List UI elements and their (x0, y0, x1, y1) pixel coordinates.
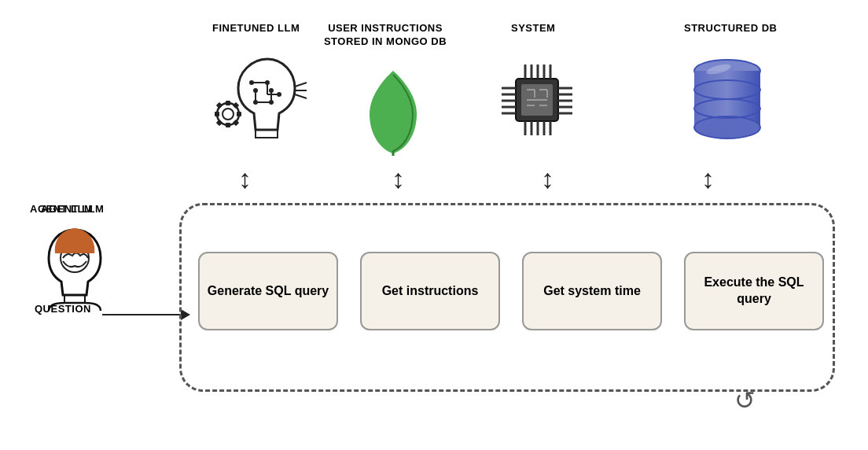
agent-llm-label: AGENT LLM (30, 203, 93, 215)
svg-point-15 (223, 109, 234, 120)
svg-point-6 (249, 80, 254, 85)
get-system-time-box: Get system time (522, 252, 662, 330)
svg-rect-18 (237, 112, 241, 116)
structured-db-icon (684, 46, 771, 148)
svg-line-24 (295, 83, 307, 87)
get-instructions-label: Get instructions (382, 283, 479, 300)
svg-rect-19 (215, 112, 219, 116)
svg-rect-20 (233, 102, 239, 109)
svg-point-7 (265, 80, 270, 85)
svg-rect-23 (216, 120, 223, 126)
svg-point-11 (253, 100, 258, 105)
question-label: QUESTION (35, 303, 91, 315)
svg-point-10 (269, 88, 274, 93)
svg-point-12 (269, 100, 274, 105)
refresh-icon: ↺ (734, 385, 756, 415)
execute-sql-box: Execute the SQL query (684, 252, 824, 330)
diagram-container: AGENT LLM FINETUNED LLM USER INSTRUCTION… (0, 0, 868, 450)
generate-sql-label: Generate SQL query (208, 283, 329, 300)
execute-sql-label: Execute the SQL query (686, 275, 822, 308)
arrow-get-system-time: ↕ (541, 165, 554, 192)
mongodb-icon (362, 63, 425, 157)
arrow-get-instructions: ↕ (392, 165, 405, 192)
svg-point-8 (277, 92, 281, 97)
question-arrow (102, 309, 190, 320)
get-system-time-label: Get system time (543, 283, 641, 300)
svg-rect-16 (226, 101, 230, 105)
system-label: SYSTEM (511, 22, 555, 34)
user-instructions-label: USER INSTRUCTIONSSTORED IN MONGO DB (322, 22, 448, 49)
svg-rect-17 (226, 123, 230, 127)
arrow-execute-sql: ↕ (701, 165, 715, 192)
svg-rect-21 (216, 102, 223, 109)
system-icon (486, 49, 588, 151)
action-boxes-container: Generate SQL query Get instructions Get … (189, 252, 833, 330)
svg-point-9 (253, 88, 258, 93)
svg-line-26 (295, 94, 307, 98)
get-instructions-box: Get instructions (360, 252, 500, 330)
generate-sql-box: Generate SQL query (198, 252, 338, 330)
finetuned-llm-label: FINETUNED LLM (212, 22, 300, 34)
arrow-generate-sql: ↕ (238, 165, 252, 192)
structured-db-label: STRUCTURED DB (684, 22, 777, 34)
finetuned-llm-icon (208, 47, 311, 149)
svg-rect-22 (233, 120, 239, 126)
